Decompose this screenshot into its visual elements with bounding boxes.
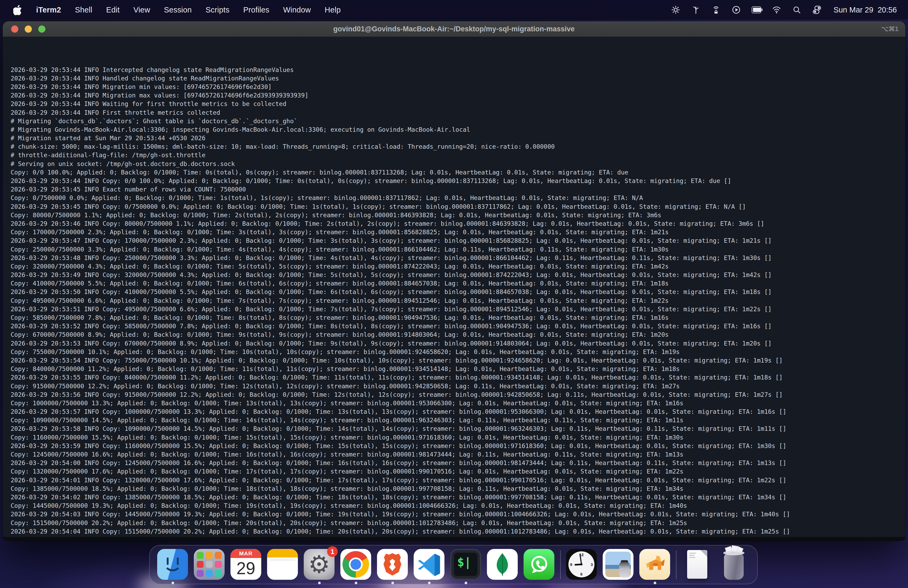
terminal-log-line: 2026-03-29 20:53:44 INFO Migration min v… — [11, 82, 905, 91]
menu-item-view[interactable]: View — [133, 6, 150, 14]
terminal-log-line: 2026-03-29 20:53:44 INFO Handled changel… — [11, 74, 905, 82]
terminal-log-line: 2026-03-29 20:53:44 INFO Migration max v… — [11, 91, 905, 100]
menu-item-profiles[interactable]: Profiles — [243, 6, 269, 14]
terminal-log-line: Copy: 1160000/7500000 15.5%; Applied: 0;… — [11, 433, 905, 441]
menu-item-scripts[interactable]: Scripts — [206, 6, 229, 14]
terminal-log-line: 2026-03-29 20:53:47 INFO Copy: 170000/75… — [11, 236, 905, 245]
window-title-bar[interactable]: govind01@Govinds-MacBook-Air:~/Desktop/m… — [3, 21, 905, 37]
battery-icon[interactable] — [752, 5, 761, 14]
terminal-log-line: Copy: 0/7500000 0.0%; Applied: 0; Backlo… — [11, 193, 905, 202]
running-indicator — [654, 582, 656, 584]
terminal-log-line: 2026-03-29 20:53:51 INFO Copy: 495000/75… — [11, 305, 905, 313]
now-playing-icon[interactable] — [731, 5, 741, 14]
dock-item-clock[interactable]: 12369 — [566, 549, 597, 580]
menu-item-window[interactable]: Window — [283, 6, 311, 14]
dock-separator — [676, 550, 676, 579]
close-button[interactable] — [11, 26, 18, 33]
whatsapp-icon — [523, 549, 554, 580]
dock-item-iterm[interactable]: $| — [450, 549, 481, 580]
menu-item-edit[interactable]: Edit — [106, 6, 120, 14]
terminal-log-line: 2026-03-29 20:53:44 INFO Copy: 0/0 100.0… — [11, 177, 905, 185]
window-shortcut-label: ⌥⌘1 — [881, 25, 898, 33]
menu-bar-clock[interactable]: Sun Mar 29 20:56 — [833, 6, 897, 14]
terminal-log-line: 2026-03-29 20:54:03 INFO Copy: 1445000/7… — [11, 510, 905, 519]
menu-item-session[interactable]: Session — [164, 6, 192, 14]
dock-item-whatsapp[interactable] — [523, 549, 555, 580]
clock-icon: 12369 — [566, 549, 597, 580]
terminal-log-line: # chunk-size: 5000; max-lag-millis: 1500… — [11, 142, 905, 151]
window-bottom-edge — [3, 537, 905, 541]
vscode-icon — [414, 549, 444, 580]
running-indicator — [318, 582, 321, 584]
terminal-log-line: 2026-03-29 20:53:46 INFO Copy: 80000/750… — [11, 219, 905, 228]
menu-bar: iTerm2 Shell Edit View Session Scripts P… — [0, 0, 908, 20]
iterm-window: govind01@Govinds-MacBook-Air:~/Desktop/m… — [3, 21, 905, 541]
desktop: iTerm2 Shell Edit View Session Scripts P… — [0, 0, 908, 588]
dock-item-system-settings[interactable]: ⚙ 1 — [304, 549, 335, 580]
calendar-month: MAR — [230, 549, 261, 558]
terminal-log-line: 2026-03-29 20:53:45 INFO Exact number of… — [11, 185, 905, 193]
dock-item-brave[interactable] — [377, 549, 408, 580]
control-center-icon[interactable] — [812, 5, 822, 14]
menu-item-help[interactable]: Help — [325, 6, 341, 14]
terminal-log-line: Copy: 915000/7500000 12.2%; Applied: 0; … — [11, 382, 905, 390]
terminal-log-line: # Migrating Govinds-MacBook-Air.local:33… — [11, 126, 905, 134]
display-brightness-icon[interactable] — [671, 5, 681, 14]
launchpad-icon — [194, 549, 225, 580]
mongodb-icon — [487, 549, 518, 580]
apple-menu[interactable] — [13, 5, 22, 15]
dock-item-origami-elephant-app[interactable] — [639, 549, 671, 580]
running-indicator — [355, 582, 357, 584]
terminal-log-line: Copy: 1515000/7500000 20.2%; Applied: 0;… — [11, 519, 905, 527]
terminal-log-line: 2026-03-29 20:53:49 INFO Copy: 320000/75… — [11, 271, 905, 279]
terminal-log-line: Copy: 1245000/7500000 16.6%; Applied: 0;… — [11, 450, 905, 459]
dock-item-notes[interactable] — [267, 549, 298, 580]
calendar-icon: MAR 29 — [230, 549, 261, 580]
finder-icon — [157, 549, 188, 580]
dock-item-trash[interactable] — [718, 549, 750, 580]
spotlight-search-icon[interactable] — [792, 5, 802, 14]
keystroke-branch-icon[interactable] — [691, 5, 700, 14]
terminal-log-line: 2026-03-29 20:53:54 INFO Copy: 755000/75… — [11, 356, 905, 365]
document-icon — [682, 549, 713, 580]
terminal-log-line: 2026-03-29 20:53:50 INFO Copy: 410000/75… — [11, 288, 905, 296]
terminal-output[interactable]: 2026-03-29 20:53:44 INFO Intercepted cha… — [3, 37, 905, 537]
dock: MAR 29 ⚙ 1 — [149, 545, 758, 584]
zoom-button[interactable] — [38, 26, 45, 33]
dock-item-calendar[interactable]: MAR 29 — [230, 549, 262, 580]
personal-hotspot-icon[interactable] — [711, 5, 721, 14]
iterm-icon: $| — [450, 549, 481, 580]
terminal-log-line: 2026-03-29 20:53:45 INFO Copy: 0/7500000… — [11, 202, 905, 211]
running-indicator — [465, 582, 467, 584]
dock-item-vscode[interactable] — [414, 549, 445, 580]
terminal-log-line: 2026-03-29 20:53:44 INFO Waiting for fir… — [11, 100, 905, 108]
dock-item-documents-stack[interactable] — [682, 549, 713, 580]
dock-item-preview[interactable] — [603, 549, 634, 580]
minimize-button[interactable] — [25, 26, 32, 33]
terminal-log-line: Copy: 170000/7500000 2.3%; Applied: 0; B… — [11, 228, 905, 236]
dock-item-launchpad[interactable] — [194, 549, 225, 580]
dock-item-finder[interactable] — [157, 549, 188, 580]
trash-icon — [718, 549, 749, 580]
terminal-log-line: 2026-03-29 20:54:04 INFO Copy: 1515000/7… — [11, 527, 905, 536]
dock-item-mongodb[interactable] — [487, 549, 518, 580]
terminal-log-line: Copy: 670000/7500000 8.9%; Applied: 0; B… — [11, 330, 905, 339]
terminal-log-line: 2026-03-29 20:53:44 INFO First throttle … — [11, 108, 905, 117]
calendar-day: 29 — [230, 557, 261, 580]
terminal-log-line: # Migration started at Sun Mar 29 20:53:… — [11, 134, 905, 142]
running-indicator — [391, 582, 394, 584]
terminal-log-line: Copy: 1385000/7500000 18.5%; Applied: 0;… — [11, 485, 905, 493]
terminal-log-line: Copy: 840000/7500000 11.2%; Applied: 0; … — [11, 365, 905, 373]
running-indicator — [428, 582, 431, 584]
dock-separator — [560, 550, 561, 579]
running-indicator — [172, 582, 174, 584]
preview-icon — [603, 549, 633, 580]
terminal-log-line: 2026-03-29 20:53:53 INFO Copy: 670000/75… — [11, 339, 905, 348]
menu-item-shell[interactable]: Shell — [75, 6, 92, 14]
menu-item-iterm2[interactable]: iTerm2 — [36, 6, 61, 14]
dock-item-chrome[interactable] — [340, 549, 372, 580]
notes-icon — [267, 549, 298, 580]
terminal-log-line: # Serving on unix socket: /tmp/gh-ost.do… — [11, 159, 905, 168]
terminal-log-line: Copy: 80000/7500000 1.1%; Applied: 0; Ba… — [11, 211, 905, 219]
wifi-icon[interactable] — [772, 5, 781, 14]
